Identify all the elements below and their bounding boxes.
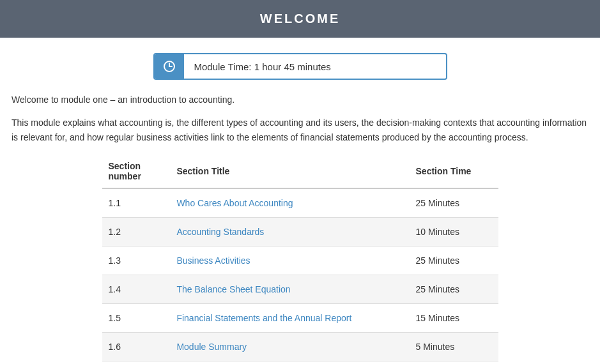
table-row: 1.1Who Cares About Accounting25 Minutes <box>102 188 498 218</box>
section-number: 1.4 <box>102 275 171 304</box>
table-row: 1.4The Balance Sheet Equation25 Minutes <box>102 275 498 304</box>
table-row: 1.6Module Summary5 Minutes <box>102 333 498 361</box>
page-header: WELCOME <box>0 0 600 38</box>
section-link[interactable]: Business Activities <box>176 255 250 266</box>
section-link[interactable]: Who Cares About Accounting <box>176 198 293 208</box>
section-time: 25 Minutes <box>410 188 498 218</box>
col-header-title: Section Title <box>170 156 409 188</box>
module-time-label: Module Time: 1 hour 45 minutes <box>184 55 446 79</box>
intro-line2: This module explains what accounting is,… <box>12 116 588 144</box>
section-time: 5 Minutes <box>410 333 498 361</box>
section-number: 1.1 <box>102 188 171 218</box>
section-time: 10 Minutes <box>410 218 498 246</box>
table-header-row: Section number Section Title Section Tim… <box>102 156 498 188</box>
section-title[interactable]: Who Cares About Accounting <box>170 188 409 218</box>
header-title: WELCOME <box>260 11 340 26</box>
table-row: 1.2Accounting Standards10 Minutes <box>102 218 498 246</box>
section-link[interactable]: Accounting Standards <box>176 227 264 237</box>
section-time: 25 Minutes <box>410 246 498 275</box>
section-title[interactable]: Module Summary <box>170 333 409 361</box>
section-title[interactable]: Financial Statements and the Annual Repo… <box>170 304 409 333</box>
section-time: 25 Minutes <box>410 275 498 304</box>
section-number: 1.2 <box>102 218 171 246</box>
col-header-number: Section number <box>102 156 171 188</box>
section-number: 1.6 <box>102 333 171 361</box>
sections-table: Section number Section Title Section Tim… <box>102 156 498 361</box>
section-title[interactable]: Accounting Standards <box>170 218 409 246</box>
intro-line1: Welcome to module one – an introduction … <box>12 93 588 107</box>
table-row: 1.5Financial Statements and the Annual R… <box>102 304 498 333</box>
section-number: 1.3 <box>102 246 171 275</box>
clock-icon <box>155 54 184 79</box>
section-title[interactable]: The Balance Sheet Equation <box>170 275 409 304</box>
section-time: 15 Minutes <box>410 304 498 333</box>
section-title[interactable]: Business Activities <box>170 246 409 275</box>
module-time-box: Module Time: 1 hour 45 minutes <box>153 53 447 80</box>
section-link[interactable]: The Balance Sheet Equation <box>176 284 290 294</box>
section-number: 1.5 <box>102 304 171 333</box>
section-link[interactable]: Financial Statements and the Annual Repo… <box>176 313 351 323</box>
intro-section: Welcome to module one – an introduction … <box>0 93 600 144</box>
col-header-time: Section Time <box>410 156 498 188</box>
module-time-section: Module Time: 1 hour 45 minutes <box>0 53 600 80</box>
table-row: 1.3Business Activities25 Minutes <box>102 246 498 275</box>
section-link[interactable]: Module Summary <box>176 342 247 352</box>
